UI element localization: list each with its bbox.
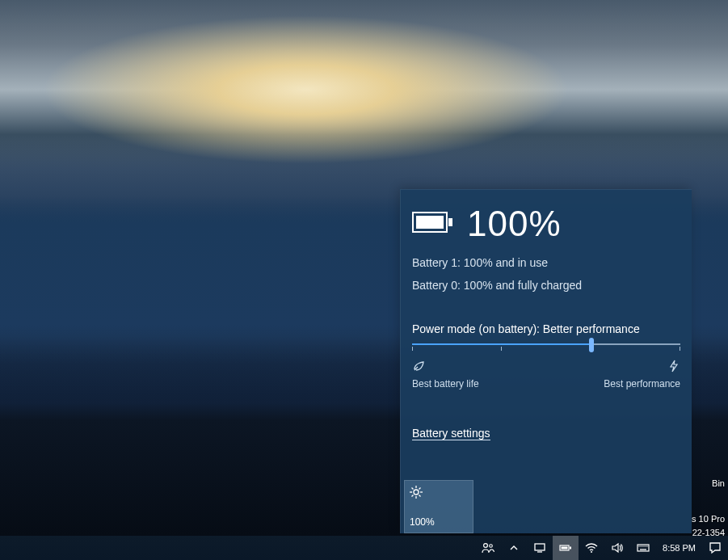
slider-track (412, 343, 680, 345)
battery-settings-link[interactable]: Battery settings (412, 427, 490, 440)
brightness-icon (410, 486, 468, 501)
svg-line-11 (419, 488, 421, 490)
lightning-icon (667, 360, 680, 375)
slider-left-end: Best battery life (412, 360, 479, 389)
vm-host-icon[interactable] (527, 536, 553, 560)
battery-header: 100% (412, 206, 680, 242)
action-center-icon[interactable] (702, 536, 728, 560)
people-icon[interactable] (475, 536, 501, 560)
leaf-icon (412, 360, 479, 375)
svg-line-9 (419, 495, 421, 497)
svg-line-10 (412, 495, 414, 497)
brightness-quick-tile[interactable]: 100% (404, 480, 473, 533)
system-tray (475, 536, 656, 560)
svg-point-3 (414, 490, 419, 495)
taskbar-clock[interactable]: 8:58 PM (656, 536, 702, 560)
slider-thumb[interactable] (589, 338, 594, 352)
recycle-bin-label-fragment: Bin (692, 477, 725, 491)
battery-0-status: Battery 0: 100% and fully charged (412, 279, 680, 292)
power-mode-prefix: Power mode (on battery): (412, 322, 543, 335)
svg-rect-20 (638, 545, 649, 551)
svg-rect-2 (448, 218, 452, 226)
svg-rect-14 (535, 544, 545, 550)
svg-rect-1 (416, 216, 444, 229)
power-mode-slider[interactable] (412, 343, 680, 345)
battery-flyout-panel: 100% Battery 1: 100% and in use Battery … (400, 189, 692, 533)
tray-overflow-chevron-icon[interactable] (501, 536, 527, 560)
svg-point-19 (591, 551, 592, 553)
battery-tray-icon[interactable] (553, 536, 579, 560)
brightness-value: 100% (410, 516, 468, 528)
slider-right-end: Best performance (604, 360, 680, 389)
svg-rect-17 (562, 547, 568, 549)
svg-rect-18 (570, 547, 571, 549)
input-mode-icon[interactable] (630, 536, 656, 560)
battery-full-icon (412, 209, 454, 238)
svg-point-12 (484, 544, 488, 548)
slider-right-label: Best performance (604, 378, 680, 389)
power-mode-value: Better performance (543, 322, 640, 335)
wifi-icon[interactable] (579, 536, 604, 560)
volume-icon[interactable] (604, 536, 630, 560)
desktop-text-overflow: Bin s 10 Pro 22-1354 (692, 477, 725, 541)
watermark-line-1: s 10 Pro (692, 512, 725, 527)
battery-1-status: Battery 1: 100% and in use (412, 256, 680, 269)
svg-line-8 (412, 488, 414, 490)
taskbar: 8:58 PM (0, 536, 728, 560)
slider-left-label: Best battery life (412, 378, 479, 389)
battery-overall-percent: 100% (467, 206, 562, 242)
svg-point-13 (490, 545, 493, 548)
slider-ticks (412, 347, 680, 351)
power-mode-heading: Power mode (on battery): Better performa… (412, 322, 680, 335)
